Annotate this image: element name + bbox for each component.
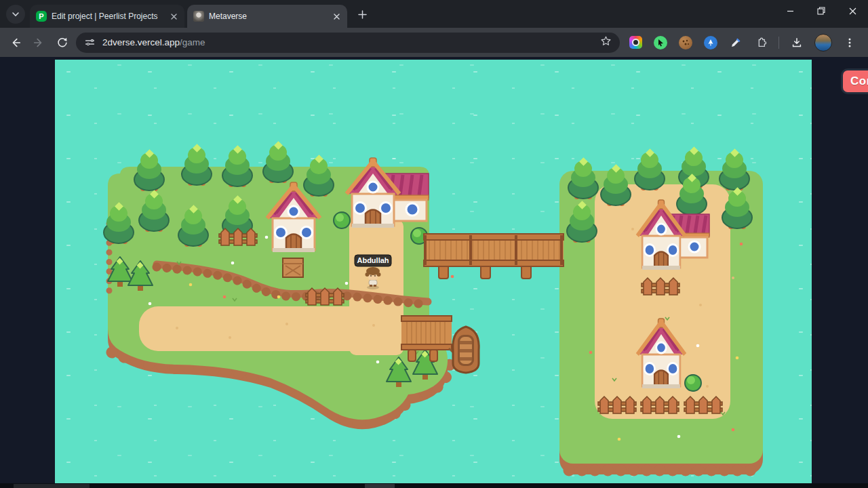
star-icon bbox=[600, 35, 612, 47]
screenshot-extension-icon bbox=[629, 36, 642, 49]
tab-peerlist[interactable]: P Edit project | Peerlist Projects bbox=[30, 5, 184, 28]
bookmark-star-button[interactable] bbox=[600, 35, 612, 49]
pen-extension-button[interactable] bbox=[703, 35, 718, 50]
url-text: 2dverse.vercel.app/game bbox=[102, 37, 205, 47]
close-window-button[interactable] bbox=[837, 0, 868, 22]
boat bbox=[453, 327, 479, 373]
reload-button[interactable] bbox=[50, 31, 73, 54]
tab-title: Edit project | Peerlist Projects bbox=[52, 12, 163, 21]
tab-close-button[interactable] bbox=[168, 11, 179, 22]
taskbar-segment bbox=[365, 484, 395, 488]
site-settings-icon[interactable] bbox=[84, 37, 96, 48]
crate bbox=[283, 258, 303, 277]
url-host: 2dverse.vercel.app bbox=[102, 37, 180, 47]
chevron-down-icon bbox=[12, 10, 20, 18]
close-icon bbox=[171, 14, 177, 20]
eyedropper-icon bbox=[730, 37, 742, 49]
player-name-text: Abdullah bbox=[357, 256, 389, 264]
pier bbox=[401, 316, 458, 361]
browser-toolbar: 2dverse.vercel.app/game bbox=[0, 28, 868, 57]
tab-close-button[interactable] bbox=[331, 11, 342, 22]
back-button[interactable] bbox=[4, 31, 27, 54]
minimize-icon bbox=[787, 7, 794, 15]
tab-title: Metaverse bbox=[209, 12, 326, 21]
tab-metaverse[interactable]: Metaverse bbox=[187, 5, 347, 28]
address-bar[interactable]: 2dverse.vercel.app/game bbox=[76, 33, 620, 53]
cursor-extension-icon bbox=[654, 36, 667, 49]
metaverse-favicon-icon bbox=[193, 11, 204, 22]
color-picker-extension-button[interactable] bbox=[728, 35, 743, 50]
forward-icon bbox=[33, 37, 45, 49]
controls-button[interactable]: Controls bbox=[841, 68, 868, 94]
taskbar-segment bbox=[14, 484, 90, 488]
browser-titlebar: P Edit project | Peerlist Projects Metav… bbox=[0, 0, 868, 28]
extensions-menu-button[interactable] bbox=[753, 35, 768, 50]
screenshot-extension-button[interactable] bbox=[628, 35, 643, 50]
close-icon bbox=[849, 7, 856, 15]
plus-icon bbox=[358, 10, 367, 19]
toolbar-separator bbox=[778, 37, 779, 49]
tab-search-button[interactable] bbox=[6, 5, 25, 24]
cursor-extension-button[interactable] bbox=[653, 35, 668, 50]
player-name-tag: Abdullah bbox=[355, 255, 391, 266]
window-controls bbox=[774, 0, 868, 22]
reload-icon bbox=[56, 37, 68, 48]
game-map: Abdullah bbox=[55, 60, 812, 483]
page-background: Abdullah Controls bbox=[0, 57, 868, 488]
close-icon bbox=[334, 14, 340, 20]
pen-nib-icon bbox=[704, 36, 717, 49]
restore-button[interactable] bbox=[806, 0, 837, 22]
browser-menu-button[interactable] bbox=[842, 35, 857, 50]
new-tab-button[interactable] bbox=[353, 5, 372, 24]
kebab-menu-icon bbox=[845, 37, 854, 48]
peerlist-favicon-icon: P bbox=[36, 11, 47, 22]
bridge bbox=[424, 234, 564, 279]
url-path: /game bbox=[180, 37, 205, 47]
cookie-extension-button[interactable] bbox=[678, 35, 693, 50]
forward-button[interactable] bbox=[27, 31, 50, 54]
cookie-icon bbox=[679, 36, 692, 49]
downloads-button[interactable] bbox=[789, 35, 804, 50]
back-icon bbox=[9, 37, 22, 49]
download-icon bbox=[791, 37, 803, 49]
minimize-button[interactable] bbox=[774, 0, 806, 22]
taskbar-edge bbox=[0, 483, 868, 488]
restore-icon bbox=[817, 7, 825, 15]
game-canvas[interactable]: Abdullah Controls bbox=[55, 60, 812, 483]
extensions-row bbox=[625, 34, 864, 52]
profile-avatar[interactable] bbox=[814, 34, 832, 52]
puzzle-piece-icon bbox=[755, 37, 767, 49]
